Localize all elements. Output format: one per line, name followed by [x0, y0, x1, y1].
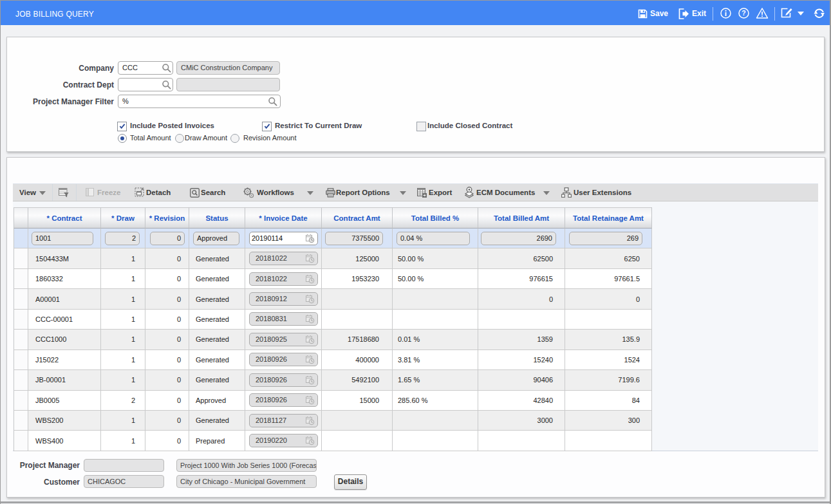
svg-text:?: ? — [742, 9, 745, 17]
